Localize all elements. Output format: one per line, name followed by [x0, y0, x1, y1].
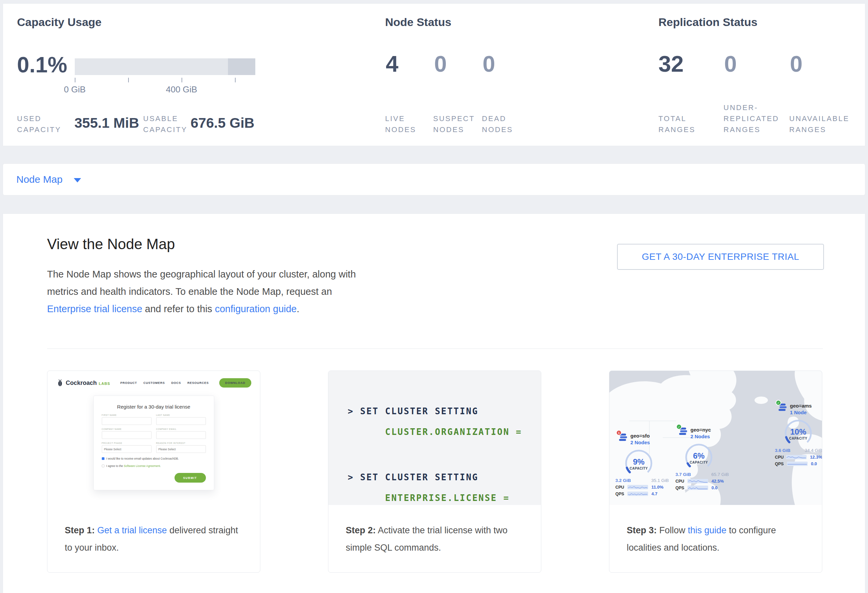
capacity-axis-label-400: 400 GiB: [158, 84, 205, 95]
enterprise-trial-button[interactable]: GET A 30-DAY ENTERPRISE TRIAL: [617, 244, 824, 270]
live-nodes-label: LIVE NODES: [385, 113, 416, 135]
reason-for-interest-select: Please Select: [156, 445, 206, 453]
used-capacity-value: 355.1 MiB: [74, 115, 139, 131]
live-nodes-count: 4: [386, 52, 399, 75]
view-selector-dropdown[interactable]: Node Map: [3, 163, 865, 196]
error-badge-icon: 1: [616, 430, 622, 436]
trial-registration-form: Register for a 30-day trial license FIRS…: [93, 396, 214, 490]
step1-caption: Step 1: Get a trial license delivered st…: [47, 505, 260, 572]
trial-license-site-screenshot: Cockroach LABS PRODUCT CUSTOMERS DOCS RE…: [47, 371, 260, 505]
under-replicated-label: UNDER- REPLICATED RANGES: [723, 102, 779, 135]
cockroach-labs-logo: Cockroach LABS: [57, 379, 110, 387]
capacity-bar: [75, 58, 255, 75]
nodemap-info-panel: View the Node Map The Node Map shows the…: [3, 213, 865, 593]
form-title: Register for a 30-day trial license: [102, 404, 206, 409]
usable-capacity-label: USABLE CAPACITY: [143, 113, 187, 135]
cluster-summary-bar: Capacity Usage 0.1% 0 GiB 400 GiB USED C…: [3, 3, 865, 146]
configuration-guide-link[interactable]: configuration guide: [215, 303, 297, 314]
dead-nodes-label: DEAD NODES: [482, 113, 513, 135]
under-replicated-count: 0: [724, 52, 737, 75]
used-capacity-label: USED CAPACITY: [17, 113, 61, 135]
email-updates-checkbox-row: I would like to receive email updates ab…: [102, 457, 206, 460]
cluster-overview-page: Capacity Usage 0.1% 0 GiB 400 GiB USED C…: [0, 0, 868, 593]
get-trial-license-link[interactable]: Get a trial license: [97, 525, 167, 535]
locality-nyc: ✓ geo=nyc 2 Nodes: [675, 427, 729, 490]
qps-sparkline: [688, 486, 708, 490]
company-email-field: [156, 431, 206, 439]
step2-caption: Step 2: Activate the trial license with …: [328, 505, 541, 572]
total-ranges-label: TOTAL RANGES: [658, 113, 695, 135]
sql-commands-preview: > SET CLUSTER SETTING CLUSTER.ORGANIZATI…: [328, 371, 541, 505]
ok-badge-icon: ✓: [775, 400, 781, 406]
step2-card: > SET CLUSTER SETTING CLUSTER.ORGANIZATI…: [328, 371, 541, 572]
node-map-preview: 1 geo=sfo 2 Nodes: [610, 371, 822, 505]
checked-checkbox-icon: [102, 457, 105, 460]
capacity-axis-tick: [235, 78, 236, 82]
locality-ams: ✓ geo=ams 1 Node: [775, 403, 822, 466]
nodemap-description: The Node Map shows the geographical layo…: [47, 265, 367, 318]
capacity-axis-tick: [75, 78, 75, 82]
empty-checkbox-icon: [102, 465, 105, 467]
node-status-title: Node Status: [385, 16, 451, 29]
dead-nodes-count: 0: [483, 52, 495, 75]
mini-site-header: Cockroach LABS PRODUCT CUSTOMERS DOCS RE…: [57, 378, 251, 387]
capacity-axis-tick: [182, 78, 182, 82]
mini-download-button: DOWNLOAD: [219, 378, 251, 387]
capacity-usage-title: Capacity Usage: [17, 16, 102, 29]
cpu-sparkline: [627, 485, 648, 489]
view-selector-label[interactable]: Node Map: [16, 174, 62, 185]
company-name-field: [102, 431, 152, 439]
sql-argument-1: CLUSTER.ORGANIZATION =: [385, 427, 522, 437]
cockroach-bug-icon: [57, 379, 63, 387]
step3-card: 1 geo=sfo 2 Nodes: [609, 371, 822, 572]
step1-card: Cockroach LABS PRODUCT CUSTOMERS DOCS RE…: [47, 371, 260, 572]
unavailable-ranges-label: UNAVAILABLE RANGES: [789, 113, 849, 135]
usable-capacity-value: 676.5 GiB: [190, 115, 254, 131]
cpu-sparkline: [786, 455, 807, 459]
capacity-axis-label-0: 0 GiB: [52, 84, 98, 95]
project-phase-select: Please Select: [102, 445, 152, 453]
total-ranges-count: 32: [658, 52, 684, 75]
unavailable-ranges-count: 0: [790, 52, 803, 75]
ok-badge-icon: ✓: [676, 424, 682, 430]
capacity-percent: 0.1%: [17, 54, 67, 76]
suspect-nodes-label: SUSPECT NODES: [433, 113, 475, 135]
chevron-down-icon: [74, 178, 81, 182]
this-guide-link[interactable]: this guide: [688, 525, 726, 535]
first-name-field: [102, 417, 152, 425]
license-agreement-checkbox-row: I agree to the Software License Agreemen…: [102, 464, 206, 468]
mini-submit-button: SUBMIT: [174, 473, 206, 483]
suspect-nodes-count: 0: [434, 52, 447, 75]
step3-caption: Step 3: Follow this guide to configure l…: [610, 505, 822, 572]
capacity-axis-tick: [128, 78, 129, 82]
cpu-sparkline: [688, 479, 708, 483]
page-title: View the Node Map: [47, 236, 175, 253]
qps-sparkline: [627, 491, 648, 496]
mini-site-nav: PRODUCT CUSTOMERS DOCS RESOURCES DOWNLOA…: [121, 378, 251, 387]
replication-status-title: Replication Status: [658, 16, 757, 29]
locality-sfo: 1 geo=sfo 2 Nodes: [616, 433, 669, 496]
sql-argument-2: ENTERPRISE.LICENSE =: [385, 493, 509, 503]
qps-sparkline: [787, 462, 807, 466]
steps-row: Cockroach LABS PRODUCT CUSTOMERS DOCS RE…: [47, 371, 822, 572]
sql-prompt-1: > SET CLUSTER SETTING: [348, 406, 478, 416]
last-name-field: [156, 417, 206, 425]
capacity-gauge-nyc: 6% CAPACITY: [683, 442, 715, 472]
sql-prompt-2: > SET CLUSTER SETTING: [348, 472, 478, 482]
capacity-gauge-ams: 10% CAPACITY: [782, 418, 814, 448]
capacity-bar-other-segment: [228, 58, 255, 75]
enterprise-trial-license-link[interactable]: Enterprise trial license: [47, 303, 142, 314]
section-divider: [47, 349, 823, 349]
capacity-gauge-sfo: 9% CAPACITY: [623, 448, 655, 478]
